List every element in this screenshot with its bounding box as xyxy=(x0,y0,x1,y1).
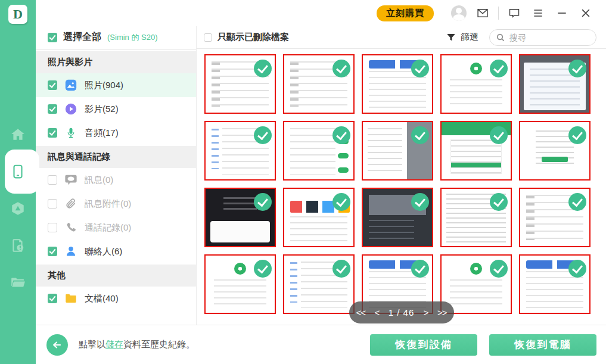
selected-check-icon[interactable] xyxy=(490,60,508,77)
first-page-button[interactable]: << xyxy=(356,307,366,318)
selected-check-icon[interactable] xyxy=(254,60,272,77)
thumbnail[interactable] xyxy=(204,121,276,181)
category-row-photos[interactable]: 照片(904) xyxy=(36,73,196,97)
nav-google-drive[interactable] xyxy=(0,190,36,227)
thumbnail[interactable] xyxy=(362,188,433,247)
search-input[interactable] xyxy=(509,33,587,42)
titlebar: 立刻購買 xyxy=(36,0,606,26)
thumbnail[interactable] xyxy=(440,121,512,181)
select-all-label: 選擇全部 xyxy=(63,31,101,43)
search-icon xyxy=(496,33,505,42)
message-icon xyxy=(64,173,77,186)
thumbnail[interactable] xyxy=(283,254,355,314)
selected-check-icon[interactable] xyxy=(490,126,508,144)
google-drive-icon xyxy=(10,201,26,216)
selected-check-icon[interactable] xyxy=(332,193,350,211)
save-history-link[interactable]: 儲存 xyxy=(105,339,123,349)
select-all-row[interactable]: 選擇全部 (Simin 的 S20) xyxy=(36,26,196,50)
back-button[interactable] xyxy=(46,334,68,356)
results-area: << < 1 / 46 > >> xyxy=(197,49,606,325)
selected-check-icon[interactable] xyxy=(332,126,350,144)
mail-button[interactable] xyxy=(471,4,495,22)
prev-page-button[interactable]: < xyxy=(375,307,380,318)
audio-icon xyxy=(64,126,77,139)
thumbnail[interactable] xyxy=(204,254,276,314)
selected-check-icon[interactable] xyxy=(568,60,586,77)
call-logs-checkbox[interactable] xyxy=(48,223,57,232)
next-page-button[interactable]: > xyxy=(424,307,428,318)
nav-home[interactable] xyxy=(0,116,36,153)
restore-to-device-button[interactable]: 恢復到設備 xyxy=(370,334,477,356)
category-row-documents[interactable]: 文檔(40) xyxy=(36,287,196,310)
category-row-attachments[interactable]: 訊息附件(0) xyxy=(36,192,196,216)
thumbnail[interactable] xyxy=(283,121,355,181)
selected-check-icon[interactable] xyxy=(411,126,429,144)
thumbnail[interactable] xyxy=(362,121,433,181)
feedback-button[interactable] xyxy=(502,4,526,22)
selected-check-icon[interactable] xyxy=(332,260,350,278)
messages-count: (0) xyxy=(102,175,113,185)
minimize-button[interactable] xyxy=(550,4,574,22)
close-button[interactable] xyxy=(574,4,598,22)
selected-check-icon[interactable] xyxy=(568,126,586,144)
selected-check-icon[interactable] xyxy=(332,60,350,77)
device-name: (Simin 的 S20) xyxy=(107,32,158,43)
selected-check-icon[interactable] xyxy=(254,193,272,211)
selected-check-icon[interactable] xyxy=(254,126,272,144)
category-row-videos[interactable]: 影片(52) xyxy=(36,97,196,121)
thumbnail[interactable] xyxy=(204,188,276,247)
selected-check-icon[interactable] xyxy=(568,193,586,211)
deleted-only-checkbox[interactable] xyxy=(204,33,212,42)
audio-checkbox[interactable] xyxy=(48,128,57,138)
document-folder-icon xyxy=(64,292,77,305)
photos-checkbox[interactable] xyxy=(48,80,57,90)
selected-check-icon[interactable] xyxy=(411,193,429,211)
videos-checkbox[interactable] xyxy=(48,104,57,114)
contacts-checkbox[interactable] xyxy=(48,247,57,256)
nav-device-data[interactable] xyxy=(0,153,36,190)
select-all-checkbox[interactable] xyxy=(48,33,57,42)
thumbnail[interactable] xyxy=(362,54,433,114)
documents-checkbox[interactable] xyxy=(48,294,57,303)
messages-checkbox[interactable] xyxy=(48,175,57,185)
photos-count: (904) xyxy=(102,80,123,90)
thumbnail[interactable] xyxy=(440,188,512,247)
deleted-only-label[interactable]: 只顯示已刪除檔案 xyxy=(217,32,289,43)
selected-check-icon[interactable] xyxy=(490,260,508,278)
category-row-messages[interactable]: 訊息(0) xyxy=(36,168,196,192)
thumbnail[interactable] xyxy=(283,188,355,247)
category-row-audio[interactable]: 音頻(17) xyxy=(36,121,196,145)
thumbnail-grid xyxy=(204,54,598,314)
thumbnail[interactable] xyxy=(519,254,591,314)
thumbnail[interactable] xyxy=(519,54,591,114)
attachments-count: (0) xyxy=(120,198,131,209)
filter-button[interactable]: 篩選 xyxy=(446,32,478,43)
selected-check-icon[interactable] xyxy=(254,260,272,278)
category-row-call-logs[interactable]: 通話記錄(0) xyxy=(36,216,196,239)
video-icon xyxy=(64,102,77,116)
videos-count: (52) xyxy=(102,104,119,114)
account-button[interactable] xyxy=(447,4,471,22)
thumbnail[interactable] xyxy=(283,54,355,114)
selected-check-icon[interactable] xyxy=(411,60,429,77)
restore-to-computer-button[interactable]: 恢復到電腦 xyxy=(489,334,596,356)
audio-count: (17) xyxy=(102,127,119,138)
thumbnail[interactable] xyxy=(519,121,591,181)
thumbnail[interactable] xyxy=(204,54,276,114)
selected-check-icon[interactable] xyxy=(411,260,429,278)
selected-check-icon[interactable] xyxy=(568,260,586,278)
section-header-photos-videos: 照片與影片 xyxy=(36,51,196,73)
selected-check-icon[interactable] xyxy=(490,193,508,211)
call-log-icon xyxy=(64,221,77,234)
attachments-checkbox[interactable] xyxy=(48,199,57,209)
footer-bar: 點擊以儲存資料至歷史紀錄。 恢復到設備 恢復到電腦 xyxy=(36,325,606,364)
nav-file-manager[interactable] xyxy=(0,264,36,301)
search-box[interactable] xyxy=(489,29,596,46)
nav-broken-device[interactable] xyxy=(0,227,36,264)
menu-button[interactable] xyxy=(526,4,550,22)
buy-now-button[interactable]: 立刻購買 xyxy=(377,5,434,21)
thumbnail[interactable] xyxy=(519,188,591,247)
category-row-contacts[interactable]: 聯絡人(6) xyxy=(36,239,196,263)
thumbnail[interactable] xyxy=(440,54,512,114)
last-page-button[interactable]: >> xyxy=(437,307,447,318)
